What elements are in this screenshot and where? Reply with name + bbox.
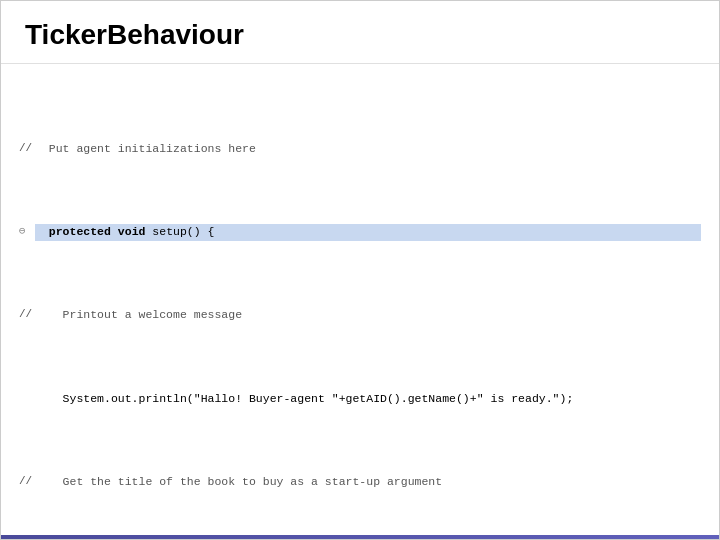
line-marker-5: // [19, 474, 33, 490]
line-content-5: Get the title of the book to buy as a st… [35, 474, 701, 491]
code-block: // Put agent initializations here ⊖ prot… [19, 74, 701, 535]
line-marker-3: // [19, 307, 33, 323]
code-line-5: // Get the title of the book to buy as a… [19, 474, 701, 491]
line-marker-1: // [19, 141, 33, 157]
bottom-line [1, 535, 719, 539]
code-line-1: // Put agent initializations here [19, 141, 701, 158]
page-container: TickerBehaviour // Put agent initializat… [0, 0, 720, 540]
content-area: // Put agent initializations here ⊖ prot… [1, 64, 719, 535]
code-line-4: System.out.println("Hallo! Buyer-agent "… [19, 391, 701, 408]
line-content-2: protected void setup() { [35, 224, 701, 241]
title-bar: TickerBehaviour [1, 1, 719, 64]
code-line-3: // Printout a welcome message [19, 307, 701, 324]
line-content-1: Put agent initializations here [35, 141, 701, 158]
line-content-3: Printout a welcome message [35, 307, 701, 324]
line-marker-2: ⊖ [19, 224, 33, 240]
code-line-2: ⊖ protected void setup() { [19, 224, 701, 241]
line-content-4: System.out.println("Hallo! Buyer-agent "… [35, 391, 701, 408]
page-title: TickerBehaviour [25, 19, 695, 51]
